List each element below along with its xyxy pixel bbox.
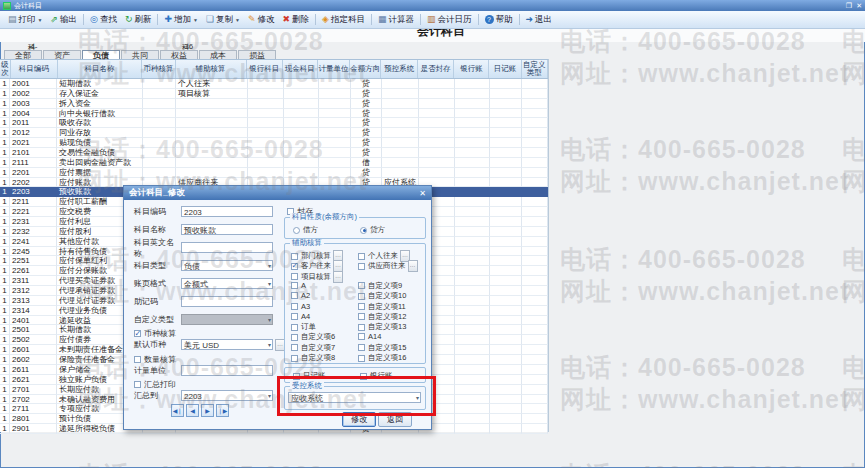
打印-toolbar-button[interactable]: ▤打印▼ bbox=[4, 14, 46, 26]
checkbox[interactable] bbox=[358, 333, 365, 340]
tab-权益[interactable]: 权益 bbox=[160, 50, 198, 59]
tab-资产[interactable]: 资产 bbox=[43, 50, 81, 59]
more-button[interactable]: … bbox=[333, 271, 343, 283]
currency-checkbox[interactable] bbox=[134, 330, 141, 337]
会计日历-toolbar-button[interactable]: ▥会计日历 bbox=[423, 14, 476, 26]
table-row[interactable]: 12011吸收存款贷 bbox=[0, 118, 548, 128]
aux-item-自定义项10[interactable]: 自定义项10 bbox=[358, 291, 406, 301]
aux-item-A14[interactable]: A14 bbox=[358, 332, 381, 341]
tab-损益[interactable]: 损益 bbox=[238, 50, 276, 59]
dialog-titlebar[interactable]: 会计科目_修改 ✕ bbox=[124, 186, 431, 200]
tab-成本[interactable]: 成本 bbox=[199, 50, 237, 59]
column-header[interactable]: 科目名称 bbox=[58, 60, 143, 78]
checkbox[interactable] bbox=[291, 324, 298, 331]
aux-item-A3[interactable]: A3 bbox=[291, 302, 310, 311]
输出-toolbar-button[interactable]: ⇗输出 bbox=[46, 14, 81, 26]
checkbox[interactable] bbox=[358, 344, 365, 351]
table-row[interactable]: 12012同业存放贷 bbox=[0, 128, 548, 138]
checkbox[interactable] bbox=[291, 273, 298, 280]
帮助-toolbar-button[interactable]: ?帮助 bbox=[481, 14, 517, 26]
退出-toolbar-button[interactable]: ➜退出 bbox=[522, 14, 557, 26]
column-header[interactable]: 日记账 bbox=[489, 60, 521, 78]
checkbox[interactable] bbox=[291, 334, 298, 341]
format-select[interactable]: 金额式 bbox=[181, 278, 273, 289]
aux-item-自定义项16[interactable]: 自定义项16 bbox=[358, 353, 406, 363]
计算器-toolbar-button[interactable]: ▦计算器 bbox=[374, 14, 418, 26]
checkbox[interactable] bbox=[291, 263, 298, 270]
column-header[interactable]: 科目编码 bbox=[11, 60, 58, 78]
aux-item-自定义项12[interactable]: 自定义项12 bbox=[358, 312, 406, 322]
查找-toolbar-button[interactable]: ◎查找 bbox=[86, 14, 121, 26]
last-record-button[interactable]: ❘▶ bbox=[216, 404, 229, 417]
column-header[interactable]: 是否封存 bbox=[418, 60, 454, 78]
prev-record-button[interactable]: ◀ bbox=[186, 404, 199, 417]
column-header[interactable]: 金额方向 bbox=[350, 60, 381, 78]
column-header[interactable]: 银行账 bbox=[454, 60, 489, 78]
summary-print-checkbox[interactable] bbox=[134, 381, 141, 388]
column-header[interactable]: 自定义类型 bbox=[522, 60, 548, 78]
default-currency-select[interactable]: 美元 USD bbox=[181, 339, 273, 350]
first-record-button[interactable]: ◀❘ bbox=[171, 404, 184, 417]
aux-item-供应商往来[interactable]: 供应商往来… bbox=[358, 260, 418, 272]
checkbox[interactable] bbox=[291, 253, 298, 260]
checkbox[interactable] bbox=[291, 303, 298, 310]
table-row[interactable]: 12101交易性金融负债贷 bbox=[0, 148, 548, 158]
增加-toolbar-button[interactable]: ✚增加▼ bbox=[160, 14, 202, 26]
aux-item-自定义项13[interactable]: 自定义项13 bbox=[358, 322, 406, 332]
column-header[interactable]: 预控系统 bbox=[381, 60, 418, 78]
aux-item-自定义项7[interactable]: 自定义项7 bbox=[291, 343, 335, 353]
tab-共同[interactable]: 共同 bbox=[121, 50, 159, 59]
restore-icon[interactable]: ❐ bbox=[846, 2, 852, 10]
unit-input[interactable] bbox=[181, 365, 273, 376]
checkbox[interactable] bbox=[291, 355, 298, 362]
tab-全部[interactable]: 全部 bbox=[4, 50, 42, 59]
mnemonic-input[interactable] bbox=[181, 296, 273, 307]
checkbox[interactable] bbox=[358, 293, 365, 300]
checkbox[interactable] bbox=[291, 292, 298, 299]
checkbox[interactable] bbox=[358, 313, 365, 320]
checkbox[interactable] bbox=[291, 313, 298, 320]
aux-item-自定义项15[interactable]: 自定义项15 bbox=[358, 343, 406, 353]
table-row[interactable]: 12002存入保证金项目核算贷 bbox=[0, 89, 548, 99]
复制-toolbar-button[interactable]: ❏复制▼ bbox=[202, 14, 244, 26]
checkbox[interactable] bbox=[358, 263, 365, 270]
column-header[interactable]: 辅助核算 bbox=[176, 60, 247, 78]
next-record-button[interactable]: ▶ bbox=[201, 404, 214, 417]
more-button[interactable]: … bbox=[408, 260, 418, 272]
column-header[interactable]: 级次 bbox=[0, 60, 11, 78]
aux-item-自定义项11[interactable]: 自定义项11 bbox=[358, 302, 406, 312]
column-header[interactable]: 银行科目 bbox=[247, 60, 283, 78]
english-name-input[interactable] bbox=[181, 242, 273, 253]
checkbox[interactable] bbox=[358, 253, 365, 260]
column-header[interactable]: 币种核算 bbox=[142, 60, 175, 78]
dialog-close-icon[interactable]: ✕ bbox=[419, 189, 426, 198]
summary-to-select[interactable]: 2203 bbox=[181, 390, 273, 401]
column-header[interactable]: 计量单位 bbox=[318, 60, 350, 78]
checkbox[interactable] bbox=[291, 344, 298, 351]
checkbox[interactable] bbox=[358, 355, 365, 362]
aux-item-自定义项6[interactable]: 自定义项6 bbox=[291, 332, 335, 342]
code-input[interactable]: 2203 bbox=[181, 206, 273, 217]
table-row[interactable]: 12111卖出回购金融资产款借 bbox=[0, 158, 548, 168]
checkbox[interactable] bbox=[291, 282, 298, 289]
close-icon[interactable]: ✕ bbox=[856, 2, 862, 10]
credit-radio[interactable] bbox=[360, 227, 367, 234]
checkbox[interactable] bbox=[358, 303, 365, 310]
table-row[interactable]: 12201应付票据贷 bbox=[0, 168, 548, 178]
aux-item-A4[interactable]: A4 bbox=[291, 312, 310, 321]
quantity-checkbox[interactable] bbox=[134, 356, 141, 363]
aux-item-A2[interactable]: A2 bbox=[291, 291, 310, 300]
table-row[interactable]: 12003拆入资金贷 bbox=[0, 99, 548, 109]
aux-item-自定义项8[interactable]: 自定义项8 bbox=[291, 353, 335, 363]
checkbox[interactable] bbox=[358, 324, 365, 331]
aux-item-订单[interactable]: 订单 bbox=[291, 322, 316, 332]
aux-item-A[interactable]: A bbox=[291, 281, 306, 290]
删除-toolbar-button[interactable]: ✖删除 bbox=[279, 14, 314, 26]
name-input[interactable]: 预收账款 bbox=[181, 224, 273, 235]
type-select[interactable]: 负债 bbox=[181, 260, 273, 271]
指定科目-toolbar-button[interactable]: ◈指定科目 bbox=[318, 14, 369, 26]
checkbox[interactable] bbox=[358, 282, 365, 289]
table-row[interactable]: 12001短期借款个人往来贷 bbox=[0, 79, 548, 89]
aux-item-自定义项9[interactable]: 自定义项9 bbox=[358, 281, 402, 291]
debit-radio[interactable] bbox=[293, 227, 300, 234]
